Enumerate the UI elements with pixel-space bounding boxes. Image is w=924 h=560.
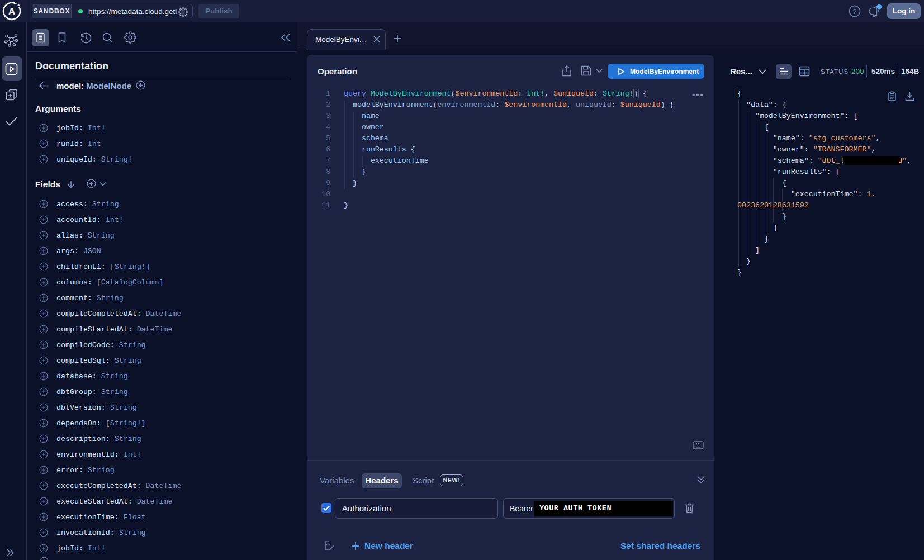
svg-text:?: ? [853, 8, 857, 16]
svg-text:A: A [8, 6, 16, 17]
